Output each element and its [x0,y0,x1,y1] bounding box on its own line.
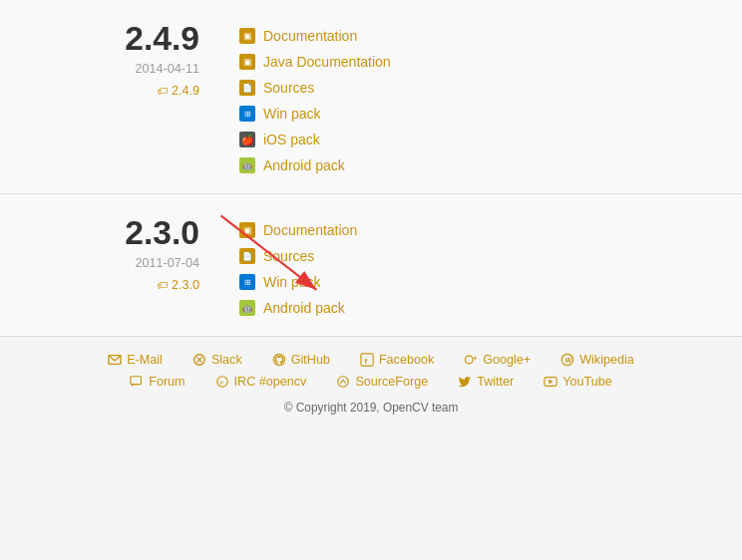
doc-icon: 📄 [239,248,255,264]
version-number-2: 2.3.0 [125,214,199,252]
footer-twitter[interactable]: Twitter [458,375,514,389]
win-icon: ⊞ [239,274,255,290]
link-winpack-2[interactable]: ⊞ Win pack [239,274,357,290]
wikipedia-icon: W [560,353,574,367]
googleplus-icon: + [464,353,478,367]
copyright: © Copyright 2019, OpenCV team [284,401,459,422]
doc-icon: 📄 [239,80,255,96]
slack-icon [192,353,206,367]
version-section-2: 2.3.0 2011-07-04 2.3.0 ▣ Documentation 📄… [0,194,742,337]
versions-container: 2.4.9 2014-04-11 2.4.9 ▣ Documentation ▣… [0,0,742,337]
footer-forum[interactable]: Forum [130,375,185,389]
version-tag-2: 2.3.0 [157,278,199,292]
android-icon: 🤖 [239,300,255,316]
facebook-icon: f [360,353,374,367]
version-info-2: 2.3.0 2011-07-04 2.3.0 [40,214,239,316]
link-androidpack-2[interactable]: 🤖 Android pack [239,300,357,316]
version-date-2: 2011-07-04 [136,256,199,270]
svg-point-16 [338,377,349,388]
email-icon [108,353,122,367]
footer-sourceforge[interactable]: SourceForge [336,375,428,389]
android-icon: 🤖 [239,157,255,173]
version-number-1: 2.4.9 [125,20,199,58]
footer-facebook[interactable]: f Facebook [360,353,434,367]
github-icon [272,353,286,367]
twitter-icon [458,375,472,389]
svg-rect-7 [361,354,373,366]
svg-marker-18 [550,380,554,384]
version-section-1: 2.4.9 2014-04-11 2.4.9 ▣ Documentation ▣… [0,0,742,194]
irc-icon: # [215,375,229,389]
svg-text:+: + [473,355,477,362]
link-androidpack-1[interactable]: 🤖 Android pack [239,157,391,173]
svg-text:W: W [565,357,572,364]
footer-youtube[interactable]: YouTube [544,375,612,389]
youtube-icon [544,375,557,389]
apple-icon: 🍎 [239,132,255,147]
folder-icon: ▣ [239,54,255,70]
link-sources-1[interactable]: 📄 Sources [239,80,391,96]
svg-point-9 [466,356,474,364]
footer-googleplus[interactable]: + Google+ [464,353,531,367]
version-info-1: 2.4.9 2014-04-11 2.4.9 [40,20,239,173]
links-list-2: ▣ Documentation 📄 Sources ⊞ Win pack 🤖 A… [239,214,357,316]
footer-irc[interactable]: # IRC #opencv [215,375,307,389]
footer-wikipedia[interactable]: W Wikipedia [560,353,634,367]
folder-icon: ▣ [239,28,255,44]
link-iospack[interactable]: 🍎 iOS pack [239,132,391,147]
version-tag-1: 2.4.9 [157,84,199,98]
footer-slack[interactable]: Slack [192,353,242,367]
footer-row-2: Forum # IRC #opencv SourceForge Twitter [130,375,612,389]
svg-rect-13 [131,377,142,385]
footer-row-1: E-Mail Slack GitHub f Facebook [108,353,634,367]
link-documentation-2[interactable]: ▣ Documentation [239,222,357,238]
win-icon: ⊞ [239,106,255,122]
footer: E-Mail Slack GitHub f Facebook [0,337,742,430]
link-documentation-1[interactable]: ▣ Documentation [239,28,391,44]
folder-icon: ▣ [239,222,255,238]
footer-email[interactable]: E-Mail [108,353,163,367]
link-java-doc[interactable]: ▣ Java Documentation [239,54,391,70]
footer-github[interactable]: GitHub [272,353,330,367]
forum-icon [130,375,144,389]
link-winpack-1[interactable]: ⊞ Win pack [239,106,391,122]
version-date-1: 2014-04-11 [136,62,199,76]
links-list-1: ▣ Documentation ▣ Java Documentation 📄 S… [239,20,391,173]
sourceforge-icon [336,375,350,389]
svg-text:#: # [219,379,223,386]
svg-text:f: f [364,357,367,366]
link-sources-2[interactable]: 📄 Sources [239,248,357,264]
